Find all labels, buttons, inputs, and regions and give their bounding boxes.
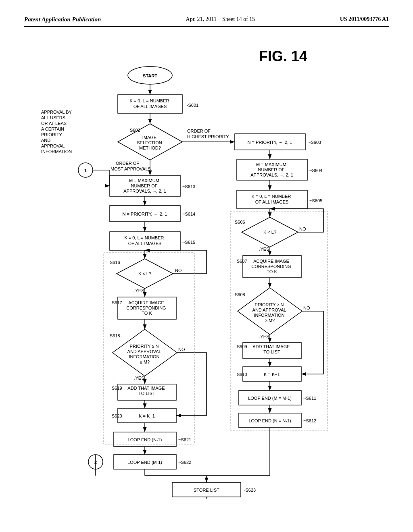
s616-no: NO: [175, 268, 182, 273]
s611-label: ~S611: [303, 396, 316, 401]
s606-label: S606: [235, 220, 245, 224]
s608-label: S608: [235, 292, 245, 297]
s603-label: ~S603: [308, 140, 321, 145]
svg-text:K < L?: K < L?: [263, 230, 276, 235]
s607-label: S607: [237, 259, 247, 264]
s615-label: ~S615: [182, 240, 195, 245]
s604-label: ~S604: [309, 168, 322, 173]
header-right: US 2011/0093776 A1: [340, 16, 389, 23]
svg-text:N = PRIORITY, ···, 2, 1: N = PRIORITY, ···, 2, 1: [248, 140, 292, 145]
s622-label: ~S622: [178, 460, 191, 465]
s620-label: S620: [112, 414, 122, 418]
svg-text:1: 1: [84, 168, 87, 173]
s621-label: ~S621: [178, 437, 191, 442]
s614-label: ~S614: [182, 212, 195, 216]
svg-text:LOOP END (N-1): LOOP END (N-1): [128, 437, 162, 442]
svg-text:K < L?: K < L?: [138, 271, 151, 276]
s606-yes: ↓YES: [258, 247, 269, 251]
svg-text:LOOP END (M = M-1): LOOP END (M = M-1): [248, 396, 292, 401]
s608-yes: ↓YES: [258, 334, 269, 339]
s602-label: S602: [130, 128, 140, 133]
svg-text:K = K+1: K = K+1: [264, 372, 280, 377]
svg-text:LOOP END (M-1): LOOP END (M-1): [127, 460, 162, 465]
s619-label: S619: [112, 386, 122, 391]
fig-label: FIG. 14: [259, 48, 307, 64]
svg-text:K = K+1: K = K+1: [139, 414, 155, 418]
svg-text:STORE LIST: STORE LIST: [194, 488, 219, 493]
header-center: Apr. 21, 2011 Sheet 14 of 15: [186, 16, 255, 23]
s618-label: S618: [110, 333, 120, 338]
s601-label: ~S601: [186, 103, 198, 108]
arrow-s618-no-loop: [176, 353, 206, 416]
s617-label: S617: [112, 300, 122, 305]
s618-yes: ↓YES: [133, 376, 144, 380]
header: Patent Application Publication Apr. 21, …: [24, 16, 389, 27]
s606-no: NO: [299, 227, 306, 231]
arrow-circle1-s613: [93, 170, 110, 186]
order-most-label: ORDER OF MOST APPROVALS: [111, 161, 151, 171]
s609-label: S609: [237, 344, 247, 349]
arrow-s608-no-loop: [301, 311, 323, 374]
order-highest-label: ORDER OF HIGHEST PRIORITY: [187, 129, 229, 139]
s623-label: ~S623: [243, 488, 256, 493]
side-annotation: APPROVAL BY ALL USERS, OR AT LEAST A CER…: [41, 110, 73, 154]
s616-yes: ↓YES: [133, 288, 144, 293]
s605-label: ~S605: [309, 198, 322, 203]
s616-label: S616: [110, 260, 120, 265]
s613-label: ~S613: [182, 184, 195, 189]
s608-no: NO: [303, 305, 310, 310]
svg-text:N = PRIORITY, ···, 2, 1: N = PRIORITY, ···, 2, 1: [123, 212, 167, 216]
svg-text:START: START: [143, 73, 157, 78]
svg-text:LOOP END (N = N-1): LOOP END (N = N-1): [248, 418, 291, 423]
s618-no: NO: [178, 347, 185, 352]
s612-label: ~S612: [303, 418, 316, 423]
diagram-area: FIG. 14 APPROVAL BY ALL USERS, OR AT LEA…: [33, 35, 380, 499]
s610-label: S610: [237, 372, 247, 377]
page: Patent Application Publication Apr. 21, …: [0, 0, 413, 532]
header-left: Patent Application Publication: [24, 16, 101, 23]
